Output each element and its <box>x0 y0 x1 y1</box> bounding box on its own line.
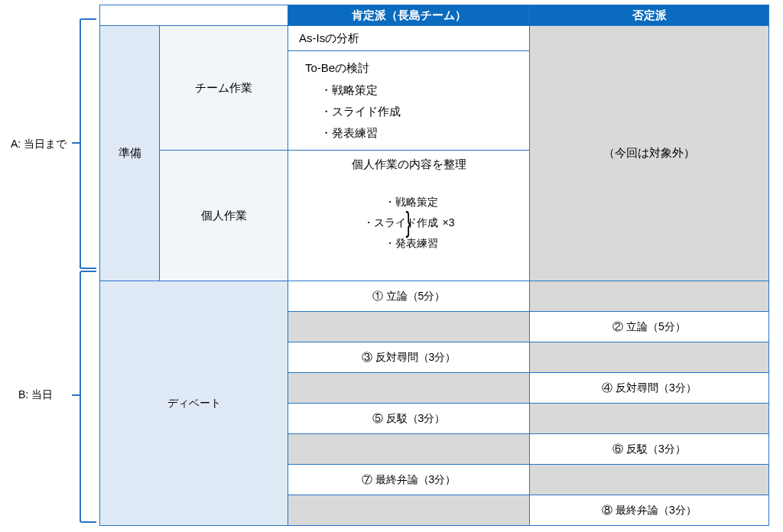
header-row: 肯定派（長島チーム） 否定派 <box>100 5 769 26</box>
d2-a <box>288 312 530 342</box>
indiv-strategy: 戦略策定 <box>395 196 438 208</box>
d5-a: ⑤ 反駁（3分） <box>288 404 530 434</box>
prep-strategy: 戦略策定 <box>332 83 378 96</box>
bracket-tick-a <box>72 142 81 144</box>
d3-a: ③ 反対尋問（3分） <box>288 342 530 373</box>
prep-indiv-body: ・戦略策定 ・スライド作成 ・発表練習 } ×3 <box>288 178 529 253</box>
prep-team-row: 準備 チーム作業 As-Isの分析 To-Beの検討 ・戦略策定 ・スライド作成… <box>100 26 769 151</box>
prep-negate-na: （今回は対象外） <box>530 26 769 281</box>
prep-practice: 発表練習 <box>332 126 378 139</box>
diagram-root: A: 当日まで B: 当日 肯定派（長島チーム） 否定派 準備 チーム作業 As… <box>0 0 783 532</box>
bracket-tick-b <box>72 394 81 396</box>
d8-n: ⑧ 最終弁論（3分） <box>530 495 769 526</box>
side-label-b: B: 当日 <box>18 388 53 402</box>
prep-team-asis: As-Isの分析 <box>288 26 529 51</box>
side-label-a: A: 当日まで <box>11 138 67 151</box>
debate-row-1: ディベート ① 立論（5分） <box>100 281 769 312</box>
d2-n: ② 立論（5分） <box>530 312 769 342</box>
header-affirm: 肯定派（長島チーム） <box>288 5 530 26</box>
sub-indiv: 個人作業 <box>160 151 288 281</box>
prep-slides: スライド作成 <box>332 105 401 118</box>
sub-team: チーム作業 <box>160 26 288 151</box>
phase-prep: 準備 <box>100 26 160 281</box>
debate-table: 肯定派（長島チーム） 否定派 準備 チーム作業 As-Isの分析 To-Beの検… <box>99 5 769 526</box>
bracket-b <box>80 271 96 523</box>
prep-indiv-header: 個人作業の内容を整理 <box>288 157 529 172</box>
brace-icon: } <box>406 204 411 242</box>
prep-team-cell: As-Isの分析 To-Beの検討 ・戦略策定 ・スライド作成 ・発表練習 <box>288 26 530 151</box>
header-negate: 否定派 <box>530 5 769 26</box>
prep-indiv-cell: 個人作業の内容を整理 ・戦略策定 ・スライド作成 ・発表練習 } ×3 <box>288 151 530 281</box>
prep-team-tobe: To-Beの検討 <box>299 57 518 79</box>
phase-debate: ディベート <box>100 281 288 526</box>
d1-n <box>530 281 769 312</box>
bracket-a <box>80 18 96 269</box>
d3-n <box>530 342 769 373</box>
d4-a <box>288 373 530 404</box>
indiv-practice: 発表練習 <box>395 237 438 249</box>
d6-a <box>288 434 530 465</box>
d1-a: ① 立論（5分） <box>288 281 530 312</box>
header-blank <box>100 5 288 26</box>
d8-a <box>288 495 530 526</box>
d4-n: ④ 反対尋問（3分） <box>530 373 769 404</box>
d5-n <box>530 404 769 434</box>
prep-na-note: （今回は対象外） <box>603 146 695 159</box>
d7-n <box>530 465 769 495</box>
d6-n: ⑥ 反駁（3分） <box>530 434 769 465</box>
d7-a: ⑦ 最終弁論（3分） <box>288 465 530 495</box>
